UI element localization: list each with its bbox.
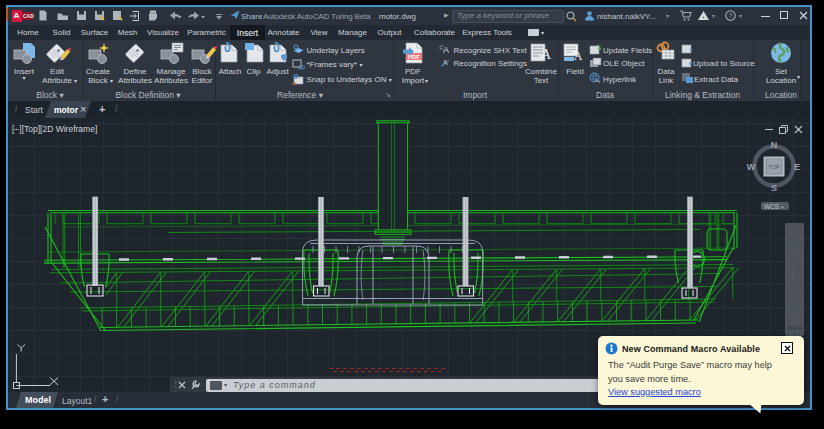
svg-text:TOP: TOP (768, 164, 780, 170)
svg-text:A: A (541, 47, 552, 62)
svg-text:S: S (771, 183, 777, 193)
svg-text:A: A (443, 45, 449, 55)
svg-text:E: E (794, 162, 800, 172)
svg-text:A: A (574, 49, 583, 63)
svg-text:N: N (771, 140, 778, 150)
svg-text:W: W (747, 162, 756, 172)
svg-text:?: ? (729, 12, 733, 19)
